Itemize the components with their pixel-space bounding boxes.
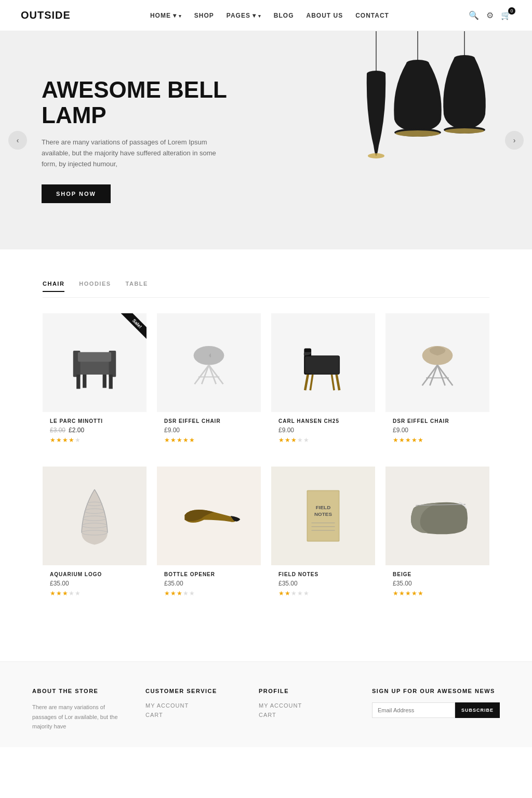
stars-6: ★★★★★ (164, 590, 254, 597)
svg-text:NOTES: NOTES (314, 511, 332, 517)
price-2: £9.00 (164, 427, 180, 434)
category-tabs: CHAIR HOODIES TABLE (43, 281, 489, 298)
product-price-3: £9.00 (278, 427, 368, 434)
svg-line-21 (209, 365, 223, 384)
product-card-4[interactable]: DSR EIFFEL CHAIR £9.00 ★★★★★ (385, 313, 489, 451)
svg-line-29 (337, 375, 340, 390)
product-image-3 (271, 313, 375, 412)
header-icons: 🔍 ⚙ 🛒 0 (469, 10, 511, 20)
subscribe-button[interactable]: SUBSCRIBE (455, 702, 500, 718)
product-card-2[interactable]: DSR EIFFEL CHAIR £9.00 ★★★★★ (157, 313, 261, 451)
email-input[interactable] (372, 702, 455, 718)
stars-8: ★★★★★ (393, 590, 482, 597)
price-4: £9.00 (393, 427, 408, 434)
footer-grid: ABOUT THE STORE There are many variation… (32, 688, 500, 732)
product-name-6: BOTTLE OPENER (164, 571, 254, 577)
product-info-7: FIELD NOTES £35.00 ★★★★★ (271, 565, 375, 604)
hero-description: There are many variations of passages of… (42, 137, 229, 169)
stars-3: ★★★★★ (278, 436, 368, 444)
footer-about: ABOUT THE STORE There are many variation… (32, 688, 130, 732)
product-image-2 (157, 313, 261, 412)
footer-customer: CUSTOMER SERVICE MY ACCOUNT CART (145, 688, 243, 732)
search-icon[interactable]: 🔍 (469, 10, 479, 20)
product-image-8 (385, 467, 489, 565)
svg-line-35 (430, 365, 437, 385)
product-name-2: DSR EIFFEL CHAIR (164, 418, 254, 424)
footer-newsletter-title: SIGN UP FOR OUR AWESOME NEWS (372, 688, 500, 694)
svg-line-20 (195, 365, 209, 384)
nav-about[interactable]: ABOUT US (306, 12, 343, 19)
price-new-1: £2.00 (69, 427, 84, 434)
footer-about-text: There are many variations of passages of… (32, 702, 130, 732)
main-content: CHAIR HOODIES TABLE Sale! (32, 249, 500, 651)
hero-content: AWESOME BELL LAMP There are many variati… (0, 46, 270, 234)
tab-table[interactable]: TABLE (126, 281, 148, 292)
svg-point-10 (445, 128, 484, 134)
svg-line-31 (332, 375, 335, 390)
stars-2: ★★★★★ (164, 436, 254, 444)
product-name-7: FIELD NOTES (278, 571, 368, 577)
svg-point-2 (368, 153, 384, 158)
product-card-1[interactable]: Sale! LE PARC MINOTTI £3.00 (43, 313, 147, 451)
svg-line-34 (437, 365, 453, 385)
product-price-1: £3.00 £2.00 (50, 427, 139, 434)
footer-profile-link-1[interactable]: MY ACCOUNT (259, 702, 356, 709)
price-7: £35.00 (278, 580, 298, 587)
product-info-4: DSR EIFFEL CHAIR £9.00 ★★★★★ (385, 412, 489, 451)
nav-blog[interactable]: BLOG (274, 12, 294, 19)
svg-line-23 (209, 365, 216, 384)
price-3: £9.00 (278, 427, 294, 434)
product-card-8[interactable]: BEIGE £35.00 ★★★★★ (385, 467, 489, 604)
footer-profile-link-2[interactable]: CART (259, 712, 356, 718)
product-image-5 (43, 467, 147, 565)
footer-profile: PROFILE MY ACCOUNT CART (259, 688, 356, 732)
footer-customer-link-2[interactable]: CART (145, 712, 243, 718)
product-card-7[interactable]: FIELD NOTES FIELD NOTES £35.00 ★★★★★ (271, 467, 375, 604)
product-name-8: BEIGE (393, 571, 482, 577)
stars-5: ★★★★★ (50, 590, 139, 597)
footer-customer-link-1[interactable]: MY ACCOUNT (145, 702, 243, 709)
svg-line-22 (202, 365, 209, 384)
product-grid-row1: Sale! LE PARC MINOTTI £3.00 (43, 313, 489, 451)
logo[interactable]: OUTSIDE (21, 9, 71, 21)
product-info-2: DSR EIFFEL CHAIR £9.00 ★★★★★ (157, 412, 261, 451)
nav-pages[interactable]: PAGES ▾ (227, 12, 261, 19)
product-name-5: AQUARIUM LOGO (50, 571, 139, 577)
product-name-4: DSR EIFFEL CHAIR (393, 418, 482, 424)
product-name-3: CARL HANSEN CH25 (278, 418, 368, 424)
tab-chair[interactable]: CHAIR (43, 281, 64, 292)
product-name-1: LE PARC MINOTTI (50, 418, 139, 424)
product-info-6: BOTTLE OPENER £35.00 ★★★★★ (157, 565, 261, 604)
slider-next-button[interactable]: › (505, 131, 524, 150)
nav-contact[interactable]: CONTACT (355, 12, 389, 19)
tab-hoodies[interactable]: HOODIES (79, 281, 111, 292)
stars-7: ★★★★★ (278, 590, 368, 597)
product-card-3[interactable]: CARL HANSEN CH25 £9.00 ★★★★★ (271, 313, 375, 451)
main-nav: HOME ▾ SHOP PAGES ▾ BLOG ABOUT US CONTAC… (150, 12, 389, 19)
hero-title: AWESOME BELL LAMP (42, 77, 229, 128)
hero-lamps-image (293, 31, 511, 249)
product-price-5: £35.00 (50, 580, 139, 587)
product-card-5[interactable]: AQUARIUM LOGO £35.00 ★★★★★ (43, 467, 147, 604)
product-image-4 (385, 313, 489, 412)
svg-rect-27 (305, 356, 339, 374)
svg-text:FIELD: FIELD (316, 504, 331, 510)
settings-icon[interactable]: ⚙ (486, 10, 494, 20)
slider-prev-button[interactable]: ‹ (8, 131, 27, 150)
header: OUTSIDE HOME ▾ SHOP PAGES ▾ BLOG ABOUT U… (0, 0, 532, 31)
footer-profile-title: PROFILE (259, 688, 356, 694)
product-price-6: £35.00 (164, 580, 254, 587)
stars-1: ★★★★★ (50, 436, 139, 444)
svg-rect-16 (109, 375, 113, 389)
price-8: £35.00 (393, 580, 412, 587)
svg-rect-17 (83, 375, 86, 388)
shop-now-button[interactable]: SHOP NOW (42, 184, 111, 203)
nav-shop[interactable]: SHOP (194, 12, 214, 19)
stars-4: ★★★★★ (393, 436, 482, 444)
footer-about-title: ABOUT THE STORE (32, 688, 130, 694)
product-card-6[interactable]: BOTTLE OPENER £35.00 ★★★★★ (157, 467, 261, 604)
price-old-1: £3.00 (50, 427, 65, 434)
cart-icon[interactable]: 🛒 0 (501, 10, 511, 20)
product-info-1: LE PARC MINOTTI £3.00 £2.00 ★★★★★ (43, 412, 147, 451)
nav-home[interactable]: HOME ▾ (150, 12, 182, 19)
